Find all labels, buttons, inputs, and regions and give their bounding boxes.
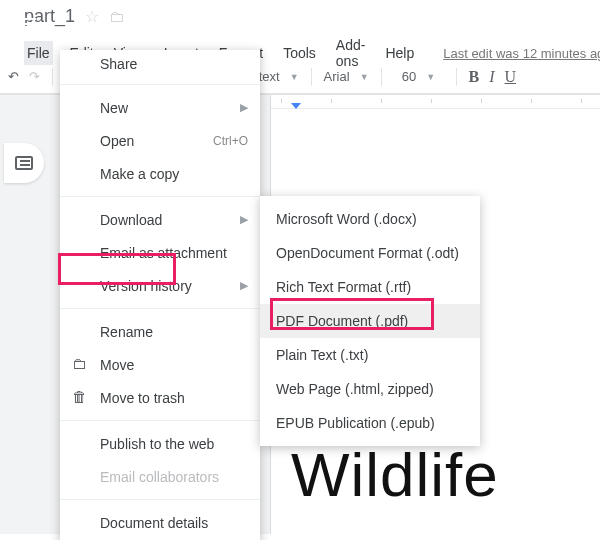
trash-icon: 🗑 <box>70 388 88 405</box>
last-edit-link[interactable]: Last edit was 12 minutes ag <box>443 46 600 61</box>
menu-item-new[interactable]: New▶ <box>60 91 260 124</box>
menu-item-move-to-trash[interactable]: 🗑Move to trash <box>60 381 260 414</box>
menu-help[interactable]: Help <box>382 41 417 65</box>
ruler[interactable] <box>271 95 600 109</box>
menu-item-download[interactable]: Download▶ <box>60 203 260 236</box>
file-menu-dropdown: Share New▶ OpenCtrl+O Make a copy Downlo… <box>60 50 260 540</box>
document-title[interactable]: part_1 <box>24 6 75 27</box>
menu-item-share[interactable]: Share <box>60 50 260 78</box>
download-submenu: Microsoft Word (.docx) OpenDocument Form… <box>260 196 480 446</box>
chevron-right-icon: ▶ <box>240 101 248 114</box>
menu-addons[interactable]: Add-ons <box>333 33 369 73</box>
undo-icon[interactable]: ↶ <box>8 69 19 84</box>
menu-item-move[interactable]: 🗀Move <box>60 348 260 381</box>
shortcut-label: Ctrl+O <box>213 134 248 148</box>
chevron-right-icon: ▶ <box>240 213 248 226</box>
download-option-html[interactable]: Web Page (.html, zipped) <box>260 372 480 406</box>
menu-item-email-collaborators: Email collaborators <box>60 460 260 493</box>
menu-file[interactable]: File <box>24 41 53 65</box>
bold-button[interactable]: B <box>469 68 480 86</box>
font-size-picker[interactable]: 60▼ <box>394 69 444 84</box>
download-option-epub[interactable]: EPUB Publication (.epub) <box>260 406 480 440</box>
menu-tools[interactable]: Tools <box>280 41 319 65</box>
menu-item-rename[interactable]: Rename <box>60 315 260 348</box>
menu-item-version-history[interactable]: Version history▶ <box>60 269 260 302</box>
chevron-down-icon: ▼ <box>426 72 435 82</box>
chevron-right-icon: ▶ <box>240 279 248 292</box>
star-icon[interactable]: ☆ <box>85 7 99 26</box>
download-option-pdf[interactable]: PDF Document (.pdf) <box>260 304 480 338</box>
download-option-odt[interactable]: OpenDocument Format (.odt) <box>260 236 480 270</box>
outline-icon <box>15 156 33 170</box>
menu-item-document-details[interactable]: Document details <box>60 506 260 539</box>
folder-icon[interactable]: 🗀 <box>109 8 125 26</box>
document-body-text[interactable]: Wildlife <box>291 439 499 510</box>
outline-toggle-button[interactable] <box>4 143 44 183</box>
download-option-rtf[interactable]: Rich Text Format (.rtf) <box>260 270 480 304</box>
font-picker[interactable]: Arial▼ <box>324 69 369 84</box>
redo-icon[interactable]: ↷ <box>29 69 40 84</box>
folder-icon: 🗀 <box>70 355 88 372</box>
chevron-down-icon: ▼ <box>290 72 299 82</box>
underline-button[interactable]: U <box>505 68 517 86</box>
italic-button[interactable]: I <box>489 68 494 86</box>
chevron-down-icon: ▼ <box>360 72 369 82</box>
download-option-txt[interactable]: Plain Text (.txt) <box>260 338 480 372</box>
download-option-docx[interactable]: Microsoft Word (.docx) <box>260 202 480 236</box>
menu-item-make-copy[interactable]: Make a copy <box>60 157 260 190</box>
menu-item-publish[interactable]: Publish to the web <box>60 427 260 460</box>
menu-item-email-attachment[interactable]: Email as attachment <box>60 236 260 269</box>
menu-item-open[interactable]: OpenCtrl+O <box>60 124 260 157</box>
